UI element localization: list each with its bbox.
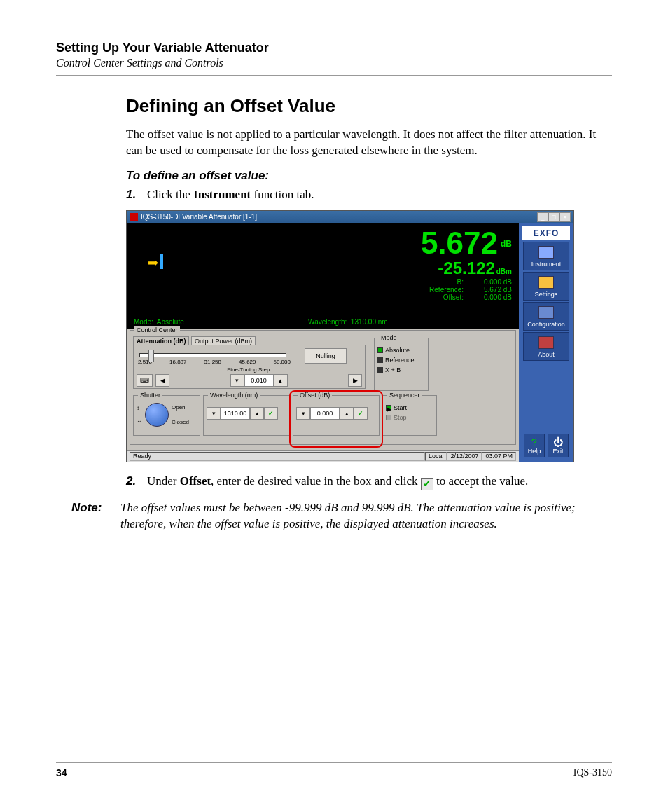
fine-tuning-label: Fine-Tuning Step:	[137, 366, 362, 373]
arrows-closed-icon: ↔	[137, 418, 142, 425]
power-readout: -25.122	[438, 259, 494, 277]
wavelength-accept-button[interactable]: ✓	[264, 407, 278, 420]
fine-up-button[interactable]: ▴	[274, 374, 288, 387]
shutter-closed-label: Closed	[172, 419, 189, 425]
tab-attenuation[interactable]: Attenuation (dB)	[133, 336, 189, 345]
nulling-button[interactable]: Nulling	[305, 348, 347, 364]
help-icon: ?	[531, 436, 537, 448]
sidebar-help[interactable]: ?Help	[524, 434, 545, 457]
control-center-title: Control Center	[134, 326, 180, 333]
tick-3: 45.629	[239, 359, 256, 365]
offset-group-title: Offset (dB)	[298, 392, 332, 399]
intro-paragraph: The offset value is not applied to a par…	[126, 127, 598, 159]
step-forward-button[interactable]: ▶	[348, 374, 362, 387]
readout-display: 5.672dB -25.122dBm B:0.000 dB Reference:…	[127, 223, 519, 329]
play-icon: ▶	[386, 405, 391, 411]
offset-value: 0.000 dB	[473, 294, 512, 301]
reference-label: Reference:	[422, 286, 464, 294]
page-title: Defining an Offset Value	[126, 95, 598, 117]
header-rule	[56, 75, 612, 76]
wavelength-down-button[interactable]: ▾	[207, 407, 221, 420]
signal-direction-icon	[148, 255, 165, 269]
power-unit: dBm	[496, 268, 512, 275]
maximize-button[interactable]: □	[548, 212, 559, 222]
sequencer-group-title: Sequencer	[387, 392, 422, 399]
mode-label: Mode:	[134, 318, 153, 326]
chapter-title: Setting Up Your Variable Attenuator	[56, 41, 612, 55]
page-number: 34	[56, 767, 67, 778]
sidebar-configuration[interactable]: Configuration	[523, 302, 569, 331]
configuration-icon	[538, 306, 554, 319]
wavelength-label: Wavelength:	[308, 318, 347, 326]
mode-group-title: Mode	[379, 334, 399, 341]
slider-thumb[interactable]	[148, 350, 154, 362]
procedure-heading: To define an offset value:	[126, 169, 598, 183]
step-1-text-bold: Instrument	[193, 188, 251, 201]
offset-input[interactable]: 0.000	[310, 407, 340, 420]
status-time: 03:07 PM	[482, 452, 516, 461]
chapter-subtitle: Control Center Settings and Controls	[56, 57, 612, 69]
minimize-button[interactable]: _	[537, 212, 548, 222]
reference-value: 5.672 dB	[473, 286, 512, 294]
offset-label: Offset:	[422, 294, 464, 301]
mode-xb[interactable]: X + B	[377, 365, 425, 375]
sidebar-about[interactable]: About	[523, 332, 569, 361]
sidebar-instrument[interactable]: Instrument	[523, 242, 569, 270]
tick-2: 31.258	[204, 359, 221, 365]
tick-4: 60.000	[274, 359, 291, 365]
offset-down-button[interactable]: ▾	[296, 407, 310, 420]
step-2-text-post: to accept the value.	[436, 474, 528, 488]
shutter-knob[interactable]	[145, 403, 169, 427]
status-bar: Ready Local 2/12/2007 03:07 PM	[127, 450, 519, 462]
step-1: 1. Click the Instrument function tab.	[126, 187, 598, 203]
close-button[interactable]: ×	[559, 212, 571, 222]
step-1-number: 1.	[126, 187, 147, 203]
window-titlebar: IQS-3150-DI Variable Attenuator [1-1] _ …	[127, 211, 573, 223]
status-local: Local	[425, 452, 447, 461]
led-off-icon	[377, 357, 383, 363]
b-value: 0.000 dB	[473, 278, 512, 286]
stop-icon	[386, 415, 391, 420]
sequencer-start[interactable]: ▶Start	[386, 403, 433, 413]
app-screenshot: IQS-3150-DI Variable Attenuator [1-1] _ …	[126, 210, 574, 462]
window-title: IQS-3150-DI Variable Attenuator [1-1]	[141, 213, 257, 221]
instrument-icon	[538, 246, 554, 259]
step-back-button[interactable]: ◀	[155, 374, 169, 387]
led-off-icon	[377, 367, 383, 373]
mode-absolute[interactable]: Absolute	[377, 345, 425, 355]
wavelength-input[interactable]: 1310.00	[221, 407, 250, 420]
led-green-icon	[377, 347, 383, 353]
offset-accept-button[interactable]: ✓	[354, 407, 368, 420]
sequencer-stop[interactable]: Stop	[386, 413, 433, 422]
checkmark-icon: ✓	[421, 478, 433, 490]
note: Note: The offset values must be between …	[71, 500, 612, 532]
attenuation-readout: 5.672	[421, 226, 498, 260]
sidebar-exit[interactable]: ⏻Exit	[548, 434, 569, 457]
step-2-number: 2.	[126, 474, 147, 490]
mode-reference[interactable]: Reference	[377, 355, 425, 365]
function-sidebar: EXFO Instrument Settings Configuration A…	[519, 223, 573, 462]
attenuation-unit: dB	[501, 239, 512, 249]
settings-icon	[538, 276, 554, 289]
step-1-text-pre: Click the	[147, 188, 193, 201]
wavelength-up-button[interactable]: ▴	[250, 407, 264, 420]
fine-down-button[interactable]: ▾	[230, 374, 244, 387]
offset-up-button[interactable]: ▴	[340, 407, 354, 420]
tab-output-power[interactable]: Output Power (dBm)	[191, 336, 256, 345]
app-icon	[130, 213, 138, 221]
keypad-button[interactable]: ⌨	[137, 374, 153, 387]
fine-step-value[interactable]: 0.010	[244, 374, 274, 387]
status-date: 2/12/2007	[447, 452, 482, 461]
about-icon	[538, 336, 554, 349]
shutter-group-title: Shutter	[138, 392, 162, 399]
page-footer: 34 IQS-3150	[56, 762, 612, 778]
shutter-open-label: Open	[172, 404, 189, 411]
brand-logo: EXFO	[522, 226, 570, 240]
arrows-open-icon: ↕	[137, 405, 139, 411]
wavelength-value: 1310.00 nm	[351, 318, 388, 326]
sidebar-settings[interactable]: Settings	[523, 272, 569, 301]
step-2: 2. Under Offset, enter de desired value …	[126, 474, 598, 490]
step-1-text-post: function tab.	[251, 188, 314, 201]
attenuation-slider[interactable]	[139, 353, 286, 357]
step-2-text-bold: Offset	[180, 474, 211, 488]
